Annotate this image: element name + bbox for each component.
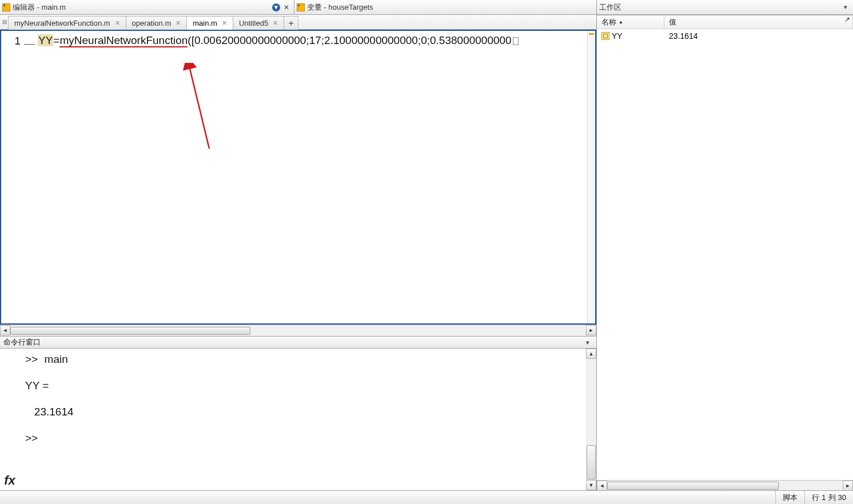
editor-title: 编辑器 - main.m bbox=[13, 2, 272, 13]
v-scroll-track[interactable] bbox=[586, 359, 596, 445]
workspace-panel: 名称▲ 值 YY 23.1614 ◄ ► bbox=[597, 15, 853, 490]
command-window[interactable]: fx >> main YY = 23.1614 >> ▲ ▼ bbox=[0, 349, 596, 490]
h-scroll-track[interactable] bbox=[607, 481, 843, 490]
editor-title-bar: 编辑器 - main.m ▾ ✕ bbox=[0, 0, 294, 15]
status-cursor-position: 行 1 列 30 bbox=[804, 491, 853, 504]
tab-myneuralnetworkfunction[interactable]: myNeuralNetworkFunction.m✕ bbox=[8, 16, 126, 30]
tab-main[interactable]: main.m✕ bbox=[186, 16, 233, 30]
code-arguments: ([0.00620000000000000;17;2.1000000000000… bbox=[188, 34, 511, 46]
svg-line-0 bbox=[189, 66, 209, 149]
command-window-title: 命令行窗口 bbox=[3, 337, 583, 347]
editor-minimap[interactable] bbox=[587, 31, 595, 323]
workspace-title-bar: 工作区 ▾ bbox=[597, 0, 853, 15]
workspace-body[interactable]: YY 23.1614 bbox=[597, 29, 853, 480]
out-line: YY = bbox=[25, 379, 49, 391]
tab-untitled5[interactable]: Untitled5✕ bbox=[233, 16, 284, 30]
status-script: 脚本 bbox=[775, 491, 804, 504]
editor-close-button[interactable]: ✕ bbox=[281, 3, 292, 12]
command-output[interactable]: >> main YY = 23.1614 >> bbox=[19, 349, 586, 445]
tab-close-icon[interactable]: ✕ bbox=[222, 19, 227, 27]
variables-title-bar: 变量 - houseTargets bbox=[294, 0, 597, 15]
workspace-row[interactable]: YY 23.1614 bbox=[597, 29, 853, 43]
command-v-scrollbar[interactable]: ▲ ▼ bbox=[586, 349, 596, 490]
workspace-columns-header: 名称▲ 值 bbox=[597, 15, 853, 29]
editor-tabs: myNeuralNetworkFunction.m✕ operation.m✕ … bbox=[0, 15, 596, 30]
variable-icon bbox=[601, 32, 609, 40]
workspace-menu-button[interactable]: ▾ bbox=[840, 3, 851, 12]
code-variable: YY bbox=[38, 34, 53, 46]
tab-drag-handle[interactable] bbox=[2, 15, 7, 29]
line-number-gutter: 1 bbox=[1, 31, 24, 323]
h-scroll-thumb[interactable] bbox=[10, 327, 250, 335]
new-tab-button[interactable]: + bbox=[284, 16, 298, 30]
tab-label: myNeuralNetworkFunction.m bbox=[14, 19, 110, 27]
col-header-name[interactable]: 名称▲ bbox=[597, 15, 664, 29]
status-col-label: 列 bbox=[828, 493, 836, 503]
status-bar: 脚本 行 1 列 30 bbox=[0, 490, 853, 504]
tab-operation[interactable]: operation.m✕ bbox=[126, 16, 188, 30]
tab-close-icon[interactable]: ✕ bbox=[176, 19, 181, 27]
cmd-input: main bbox=[45, 353, 68, 365]
tab-label: main.m bbox=[193, 19, 217, 27]
fx-prompt-icon[interactable]: fx bbox=[0, 349, 19, 490]
minimap-warning-mark bbox=[589, 33, 594, 35]
tab-label: Untitled5 bbox=[239, 19, 268, 27]
code-equals: = bbox=[53, 34, 59, 46]
scroll-left-button[interactable]: ◄ bbox=[0, 325, 10, 335]
status-col-value: 30 bbox=[838, 493, 846, 502]
sort-caret-icon: ▲ bbox=[619, 19, 623, 25]
annotation-arrow bbox=[175, 63, 221, 154]
prompt: >> bbox=[25, 432, 38, 444]
col-header-value[interactable]: 值 bbox=[664, 15, 853, 29]
scroll-right-button[interactable]: ► bbox=[843, 481, 853, 491]
restore-arrow-icon[interactable]: ↗ bbox=[843, 15, 852, 24]
variables-title: 变量 - houseTargets bbox=[307, 2, 594, 13]
workspace-title: 工作区 bbox=[599, 2, 840, 13]
scroll-down-button[interactable]: ▼ bbox=[586, 480, 596, 490]
editor-h-scrollbar[interactable]: ◄ ► bbox=[0, 325, 596, 336]
dropdown-button[interactable]: ▾ bbox=[272, 3, 280, 11]
tab-label: operation.m bbox=[132, 19, 172, 27]
command-window-header: 命令行窗口 ▾ bbox=[0, 336, 596, 349]
h-scroll-track[interactable] bbox=[10, 325, 586, 336]
code-editor[interactable]: 1 — YY=myNeuralNetworkFunction([0.006200… bbox=[0, 30, 596, 325]
tab-close-icon[interactable]: ✕ bbox=[273, 19, 278, 27]
workspace-var-name: YY bbox=[597, 31, 664, 41]
workspace-var-value: 23.1614 bbox=[664, 31, 853, 41]
h-scroll-thumb[interactable] bbox=[607, 482, 779, 490]
code-function-name: myNeuralNetworkFunction bbox=[59, 34, 188, 47]
command-window-menu-button[interactable]: ▾ bbox=[583, 338, 593, 347]
out-line: 23.1614 bbox=[25, 406, 74, 418]
scroll-up-button[interactable]: ▲ bbox=[586, 349, 596, 359]
fold-column[interactable]: — bbox=[24, 31, 32, 323]
scroll-left-button[interactable]: ◄ bbox=[597, 481, 607, 491]
tab-close-icon[interactable]: ✕ bbox=[115, 19, 120, 27]
line-number: 1 bbox=[14, 35, 21, 47]
v-scroll-thumb[interactable] bbox=[587, 445, 596, 479]
prompt: >> bbox=[25, 353, 38, 365]
workspace-h-scrollbar[interactable]: ◄ ► bbox=[597, 480, 853, 490]
variables-icon bbox=[297, 3, 305, 11]
code-line[interactable]: YY=myNeuralNetworkFunction([0.0062000000… bbox=[32, 31, 595, 47]
status-row-value: 1 bbox=[822, 493, 826, 502]
editor-icon bbox=[2, 3, 10, 11]
scroll-right-button[interactable]: ► bbox=[586, 325, 596, 335]
status-row-label: 行 bbox=[812, 493, 819, 503]
truncation-indicator bbox=[513, 37, 519, 45]
